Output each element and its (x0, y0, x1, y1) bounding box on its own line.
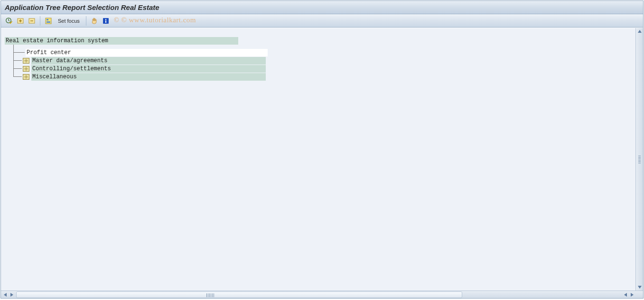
scrollbar-grip[interactable] (638, 156, 641, 163)
info-icon (102, 17, 110, 25)
svg-rect-3 (46, 18, 51, 24)
content-area: Real estate information system Profit ce… (1, 28, 643, 291)
scrollbar-track[interactable] (16, 291, 462, 298)
title-bar: Application Tree Report Selection Real E… (1, 1, 643, 14)
scroll-left-icon[interactable] (622, 291, 629, 298)
folder-closed-icon (23, 74, 29, 80)
svg-rect-4 (47, 19, 48, 20)
scroll-right-icon[interactable] (9, 291, 15, 298)
scrollbar-thumb[interactable] (17, 292, 462, 298)
print-button[interactable] (89, 16, 100, 26)
vertical-scrollbar[interactable] (635, 28, 643, 291)
execute-button[interactable] (4, 16, 14, 26)
page-title: Application Tree Report Selection Real E… (5, 3, 159, 11)
scrollbar-grip (206, 293, 214, 297)
layout-button[interactable] (43, 16, 54, 26)
hand-icon (91, 17, 98, 25)
svg-rect-7 (105, 19, 106, 20)
tree-node-profit-center[interactable]: Profit center (5, 48, 268, 56)
toolbar: Set focus © © www.tutorialkart.com (1, 14, 643, 28)
scroll-left-icon[interactable] (2, 291, 9, 298)
horizontal-scrollbar[interactable] (1, 291, 643, 298)
layout-icon (45, 17, 52, 25)
set-focus-button[interactable]: Set focus (55, 16, 83, 26)
tree-node-label: Controlling/settlements (31, 65, 266, 73)
folder-closed-icon (23, 66, 29, 72)
collapse-icon (28, 17, 36, 25)
tree-root[interactable]: Real estate information system (5, 37, 268, 45)
tree-node-controlling[interactable]: Controlling/settlements (5, 65, 268, 73)
info-button[interactable] (101, 16, 111, 26)
tree-node-label: Profit center (26, 49, 268, 56)
clock-check-icon (5, 17, 13, 25)
expand-node-button[interactable] (15, 16, 26, 26)
tree-node-master-data[interactable]: Master data/agreements (5, 56, 268, 65)
tree-children: Profit center Master data/agreements Con… (5, 48, 268, 81)
expand-icon (17, 17, 24, 25)
svg-rect-8 (105, 20, 106, 23)
folder-closed-icon (23, 58, 29, 64)
tree-node-miscellaneous[interactable]: Miscellaneous (5, 73, 268, 81)
scroll-down-icon[interactable] (636, 284, 643, 291)
tree-root-label: Real estate information system (5, 37, 238, 45)
toolbar-separator (86, 16, 86, 26)
app-window: Application Tree Report Selection Real E… (0, 0, 644, 299)
watermark: © © www.tutorialkart.com (114, 16, 196, 24)
tree: Real estate information system Profit ce… (5, 37, 268, 81)
tree-node-label: Master data/agreements (31, 57, 266, 65)
scroll-up-icon[interactable] (636, 28, 643, 35)
collapse-node-button[interactable] (27, 16, 37, 26)
tree-node-label: Miscellaneous (31, 73, 266, 81)
scroll-right-icon[interactable] (629, 291, 635, 298)
toolbar-separator (40, 16, 40, 26)
svg-rect-5 (47, 21, 50, 23)
